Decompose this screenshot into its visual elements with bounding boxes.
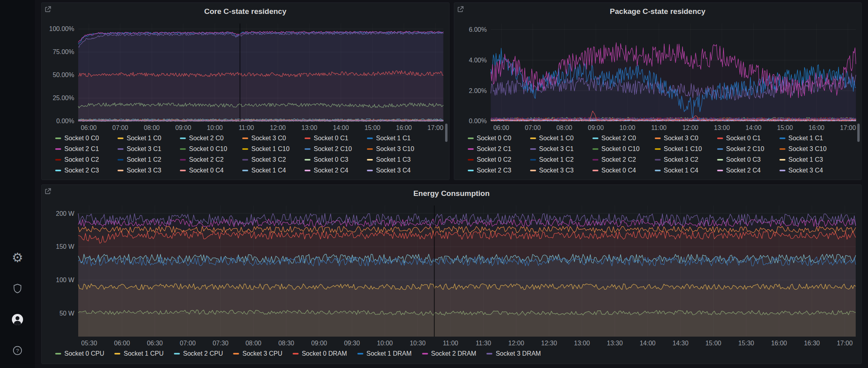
legend-item[interactable]: Socket 0 C0	[55, 135, 118, 142]
series-name: Socket 3 C4	[376, 167, 411, 174]
legend-item[interactable]: Socket 2 C10	[717, 145, 779, 153]
legend-item[interactable]: Socket 0 C2	[468, 156, 530, 163]
panel-core-cstate-residency: Core C-state residency 06:0007:0008:0009…	[41, 2, 449, 180]
legend-item[interactable]: Socket 1 C0	[530, 135, 592, 142]
legend-item[interactable]: Socket 1 C3	[779, 156, 842, 163]
legend-item[interactable]: Socket 1 DRAM	[357, 350, 412, 357]
legend-item[interactable]: Socket 3 C3	[118, 167, 180, 174]
series-color-swatch	[305, 138, 311, 139]
legend-scrollbar[interactable]	[857, 124, 860, 142]
series-name: Socket 2 C10	[314, 145, 352, 153]
help-button[interactable]: ?	[10, 343, 25, 358]
server-admin-button[interactable]	[10, 281, 25, 296]
series-name: Socket 0 DRAM	[302, 350, 347, 357]
legend-item[interactable]: Socket 0 C1	[717, 135, 779, 142]
svg-text:12:00: 12:00	[270, 124, 286, 131]
panel-title[interactable]: Package C-state residency	[454, 3, 862, 20]
legend-item[interactable]: Socket 0 C1	[305, 135, 367, 142]
svg-text:50 W: 50 W	[60, 310, 75, 317]
panel-links-icon[interactable]	[456, 5, 466, 14]
svg-text:07:00: 07:00	[112, 124, 128, 131]
panel-title[interactable]: Energy Consumption	[42, 185, 861, 202]
core-cstate-chart[interactable]: 06:0007:0008:0009:0010:0011:0012:0013:00…	[42, 20, 449, 133]
legend-item[interactable]: Socket 3 C4	[779, 167, 842, 174]
legend-item[interactable]: Socket 3 C4	[367, 167, 429, 174]
legend-scrollbar[interactable]	[445, 124, 448, 142]
series-color-swatch	[717, 170, 723, 171]
user-profile-button[interactable]	[10, 312, 25, 327]
legend-item[interactable]: Socket 3 C10	[779, 145, 842, 153]
package-cstate-chart[interactable]: 06:0007:0008:0009:0010:0011:0012:0013:00…	[454, 20, 862, 133]
svg-text:0.00%: 0.00%	[56, 118, 74, 124]
legend-item[interactable]: Socket 0 C10	[180, 145, 242, 153]
series-color-swatch	[592, 148, 598, 150]
legend-item[interactable]: Socket 3 C3	[530, 167, 592, 174]
svg-text:15:00: 15:00	[365, 124, 380, 131]
svg-text:6.00%: 6.00%	[469, 26, 486, 33]
legend-item[interactable]: Socket 2 C1	[468, 145, 530, 153]
legend-item[interactable]: Socket 3 C1	[530, 145, 592, 153]
legend-item[interactable]: Socket 0 C10	[592, 145, 655, 153]
legend-item[interactable]: Socket 0 C3	[717, 156, 779, 163]
legend-item[interactable]: Socket 0 C3	[305, 156, 367, 163]
legend-item[interactable]: Socket 1 C0	[118, 135, 180, 142]
legend-item[interactable]: Socket 2 DRAM	[422, 350, 476, 357]
legend-item[interactable]: Socket 3 C2	[242, 156, 305, 163]
settings-button[interactable]: ⚙	[10, 250, 25, 265]
series-name: Socket 2 C10	[726, 145, 764, 153]
legend-item[interactable]: Socket 3 C1	[118, 145, 180, 153]
series-name: Socket 1 C4	[251, 167, 286, 174]
legend-item[interactable]: Socket 3 CPU	[233, 350, 282, 357]
legend-item[interactable]: Socket 1 C10	[242, 145, 305, 153]
legend-item[interactable]: Socket 2 C3	[468, 167, 530, 174]
legend-item[interactable]: Socket 2 CPU	[174, 350, 223, 357]
legend-item[interactable]: Socket 2 C10	[305, 145, 367, 153]
svg-text:13:00: 13:00	[574, 340, 590, 347]
legend-item[interactable]: Socket 2 C3	[55, 167, 118, 174]
legend-item[interactable]: Socket 2 C4	[305, 167, 367, 174]
legend-item[interactable]: Socket 3 C2	[655, 156, 717, 163]
panel-links-icon[interactable]	[44, 187, 53, 196]
legend-item[interactable]: Socket 2 C1	[55, 145, 118, 153]
energy-consumption-chart[interactable]: 05:3006:0006:3007:0007:3008:0008:3009:00…	[42, 202, 861, 349]
legend-item[interactable]: Socket 1 CPU	[114, 350, 163, 357]
legend-item[interactable]: Socket 0 C2	[55, 156, 118, 163]
svg-text:16:30: 16:30	[804, 340, 820, 347]
series-color-swatch	[592, 138, 598, 139]
legend-item[interactable]: Socket 1 C3	[367, 156, 429, 163]
panel-links-icon[interactable]	[44, 5, 53, 14]
legend-item[interactable]: Socket 1 C4	[655, 167, 717, 174]
legend-item[interactable]: Socket 2 C2	[180, 156, 242, 163]
legend-item[interactable]: Socket 3 DRAM	[486, 350, 541, 357]
series-color-swatch	[242, 170, 248, 171]
legend-item[interactable]: Socket 1 C2	[118, 156, 180, 163]
legend-item[interactable]: Socket 0 DRAM	[293, 350, 347, 357]
series-name: Socket 1 C1	[376, 135, 411, 142]
legend-item[interactable]: Socket 1 C1	[779, 135, 842, 142]
legend-item[interactable]: Socket 2 C4	[717, 167, 779, 174]
legend-item[interactable]: Socket 1 C10	[655, 145, 717, 153]
series-color-swatch	[530, 170, 536, 171]
series-name: Socket 3 C10	[789, 145, 827, 153]
legend-item[interactable]: Socket 2 C2	[592, 156, 655, 163]
series-name: Socket 3 C10	[376, 145, 414, 153]
series-name: Socket 0 C2	[477, 156, 511, 163]
series-name: Socket 1 C1	[789, 135, 823, 142]
legend-item[interactable]: Socket 2 C0	[592, 135, 655, 142]
legend-item[interactable]: Socket 1 C4	[242, 167, 305, 174]
legend-item[interactable]: Socket 0 C0	[468, 135, 530, 142]
legend-item[interactable]: Socket 1 C1	[367, 135, 429, 142]
legend-item[interactable]: Socket 0 CPU	[55, 350, 104, 357]
svg-text:10:00: 10:00	[207, 124, 223, 131]
svg-text:4.00%: 4.00%	[469, 57, 486, 64]
legend-item[interactable]: Socket 3 C0	[242, 135, 305, 142]
legend-item[interactable]: Socket 1 C2	[530, 156, 592, 163]
bottom-panel-row: Energy Consumption 05:3006:0006:3007:000…	[41, 184, 862, 364]
legend-item[interactable]: Socket 2 C0	[180, 135, 242, 142]
svg-text:09:00: 09:00	[311, 340, 327, 347]
panel-title[interactable]: Core C-state residency	[42, 3, 449, 20]
legend-item[interactable]: Socket 0 C4	[592, 167, 655, 174]
legend-item[interactable]: Socket 3 C10	[367, 145, 429, 153]
legend-item[interactable]: Socket 3 C0	[655, 135, 717, 142]
legend-item[interactable]: Socket 0 C4	[180, 167, 242, 174]
